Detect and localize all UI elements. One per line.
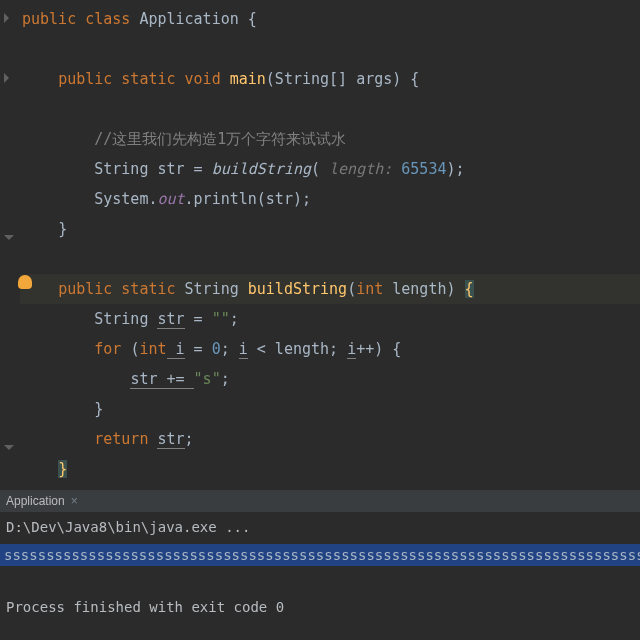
run-console: Application × D:\Dev\Java8\bin\java.exe … — [0, 490, 640, 618]
code-line: str += "s"; — [0, 364, 640, 394]
code-line: } — [0, 454, 640, 484]
code-line: return str; — [0, 424, 640, 454]
code-line: } — [0, 394, 640, 424]
code-line: public class Application { — [0, 4, 640, 34]
code-line-highlighted: public static String buildString(int len… — [0, 274, 640, 304]
console-tabs: Application × — [0, 490, 640, 512]
fold-end-marker — [4, 235, 14, 240]
code-line: public static void main(String[] args) { — [0, 64, 640, 94]
fold-marker — [4, 13, 9, 23]
intention-bulb-icon[interactable] — [18, 275, 32, 289]
code-line: String str = buildString( length: 65534)… — [0, 154, 640, 184]
console-output-selected[interactable]: ssssssssssssssssssssssssssssssssssssssss… — [0, 544, 640, 566]
fold-end-marker — [4, 445, 14, 450]
code-line — [0, 94, 640, 124]
code-line — [0, 34, 640, 64]
code-line: //这里我们先构造1万个字符来试试水 — [0, 124, 640, 154]
code-line: for (int i = 0; i < length; i++) { — [0, 334, 640, 364]
code-line: } — [0, 214, 640, 244]
code-editor[interactable]: public class Application { public static… — [0, 0, 640, 484]
console-process-status: Process finished with exit code 0 — [0, 596, 640, 618]
code-line — [0, 244, 640, 274]
close-tab-icon[interactable]: × — [71, 490, 78, 512]
code-line: String str = ""; — [0, 304, 640, 334]
fold-marker — [4, 73, 9, 83]
console-tab[interactable]: Application — [6, 490, 65, 512]
console-exec-line: D:\Dev\Java8\bin\java.exe ... — [0, 512, 640, 542]
code-line: System.out.println(str); — [0, 184, 640, 214]
gutter — [0, 0, 20, 484]
